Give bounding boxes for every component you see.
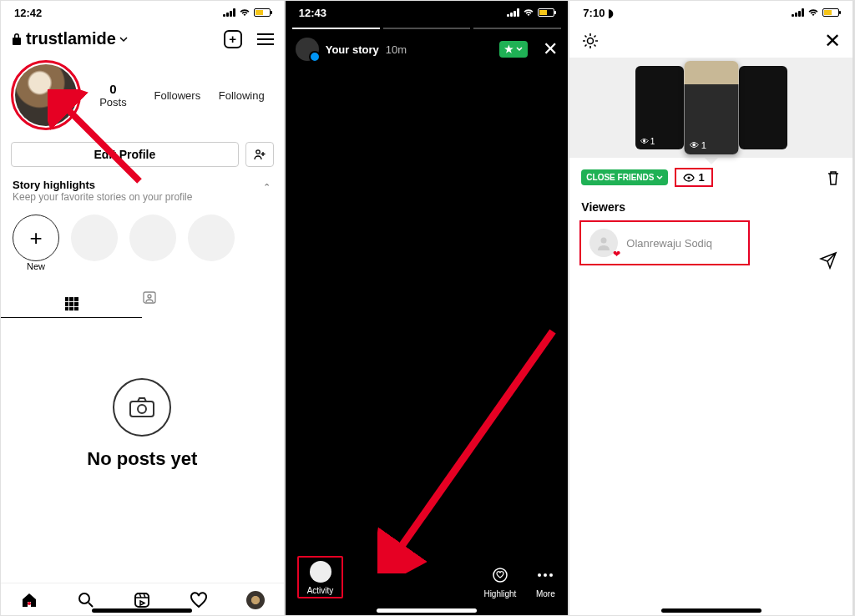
username-text: trustlamide [26, 29, 116, 48]
story-thumb-active[interactable]: 👁 1 [684, 61, 738, 154]
avatar-image [15, 64, 77, 126]
profile-avatar-story[interactable] [11, 60, 81, 130]
highlights-title: Story highlights [13, 179, 272, 191]
story-thumbnails: 👁 1 👁 1 [569, 58, 852, 158]
status-time: 12:43 [299, 7, 326, 19]
heart-outline-icon [489, 564, 511, 586]
story-screen: 12:43 Your story 10m ★ ✕ Activity Highli… [286, 1, 570, 615]
plus-icon: + [13, 215, 59, 261]
battery-icon [538, 8, 554, 17]
cellular-icon [792, 8, 804, 17]
highlight-new[interactable]: +New [13, 215, 59, 271]
menu-button[interactable] [257, 33, 274, 45]
story-avatar[interactable] [296, 38, 319, 61]
viewer-avatar-icon [310, 561, 331, 583]
chevron-up-icon: ⌃ [263, 182, 271, 193]
annotation-arrow [377, 323, 561, 573]
view-count-highlighted[interactable]: 1 [675, 168, 712, 187]
discover-people-button[interactable] [245, 142, 274, 167]
highlights-section[interactable]: Story highlights Keep your favorite stor… [1, 172, 284, 210]
star-icon: ★ [504, 43, 514, 55]
viewer-row-highlighted[interactable]: Olanrewaju Sodiq [579, 220, 749, 265]
add-person-icon [253, 149, 266, 160]
nav-activity[interactable] [189, 590, 209, 610]
activity-button-highlighted[interactable]: Activity [297, 556, 344, 598]
status-indicators [223, 8, 271, 17]
edit-profile-button[interactable]: Edit Profile [11, 142, 239, 167]
status-indicators [507, 8, 554, 17]
story-thumb[interactable] [739, 66, 787, 149]
nav-search[interactable] [76, 590, 96, 610]
highlight-placeholder [188, 215, 235, 271]
viewers-top-bar: ✕ [569, 24, 852, 58]
more-button[interactable]: More [534, 564, 556, 598]
svg-point-10 [601, 238, 607, 244]
followers-stat[interactable]: Followers [145, 89, 210, 102]
status-bar: 12:43 [286, 1, 569, 24]
share-button[interactable] [819, 251, 837, 270]
settings-button[interactable] [581, 32, 600, 50]
tagged-icon [142, 290, 157, 305]
grid-icon [65, 297, 78, 311]
empty-state: No posts yet [1, 318, 284, 470]
status-time: 12:42 [14, 7, 42, 19]
reels-icon [133, 591, 151, 609]
profile-stats: 0Posts Followers Following [1, 53, 284, 137]
close-button[interactable]: ✕ [543, 38, 558, 60]
home-indicator [92, 608, 192, 613]
close-button[interactable]: ✕ [824, 29, 841, 53]
wifi-icon [523, 8, 534, 17]
more-icon [534, 564, 556, 586]
home-indicator [377, 608, 477, 613]
home-indicator [661, 608, 761, 613]
cellular-icon [507, 8, 519, 17]
delete-button[interactable] [826, 169, 841, 186]
viewers-screen: 7:10◗ ✕ 👁 1 👁 1 CLOSE FRIENDS 1 Viewers … [569, 1, 854, 615]
camera-icon [113, 378, 171, 437]
wifi-icon [807, 8, 819, 17]
battery-icon [254, 8, 271, 17]
username-dropdown[interactable]: trustlamide [11, 29, 128, 48]
svg-point-9 [688, 176, 691, 179]
svg-point-7 [493, 568, 507, 582]
viewers-heading: Viewers [569, 197, 852, 220]
wifi-icon [239, 8, 250, 17]
chevron-down-icon [119, 36, 128, 43]
viewer-avatar [589, 229, 618, 257]
close-friends-dropdown[interactable]: CLOSE FRIENDS [581, 169, 668, 185]
svg-point-8 [588, 38, 594, 44]
profile-screen: 12:42 trustlamide + 0Posts Followers Fol… [1, 1, 286, 615]
home-icon [20, 591, 38, 609]
status-bar: 7:10◗ [569, 1, 852, 24]
profile-header: trustlamide + [1, 24, 284, 53]
story-age: 10m [386, 43, 407, 56]
svg-point-5 [79, 593, 89, 603]
tab-grid[interactable] [1, 283, 142, 318]
highlights-subtitle: Keep your favorite stories on your profi… [13, 191, 272, 203]
search-icon [77, 591, 95, 609]
active-indicator [705, 158, 718, 164]
highlight-button[interactable]: Highlight [483, 564, 516, 598]
nav-home[interactable] [19, 590, 39, 610]
story-label: Your story [326, 43, 379, 56]
svg-rect-3 [130, 401, 154, 417]
eye-icon: 👁 1 [640, 137, 655, 146]
nav-profile[interactable] [245, 590, 266, 610]
chevron-down-icon [516, 47, 523, 52]
cellular-icon [223, 8, 235, 17]
nav-reels[interactable] [132, 590, 152, 610]
highlight-placeholder [129, 215, 176, 271]
following-stat[interactable]: Following [210, 89, 274, 102]
story-thumb[interactable]: 👁 1 [635, 66, 684, 149]
dnd-moon-icon: ◗ [608, 7, 614, 19]
svg-point-2 [148, 295, 151, 298]
create-button[interactable]: + [224, 30, 242, 48]
chevron-down-icon [656, 175, 663, 180]
close-friends-badge[interactable]: ★ [499, 41, 528, 58]
tab-tagged[interactable] [142, 283, 283, 318]
posts-stat[interactable]: 0Posts [81, 82, 145, 109]
profile-thumb [246, 591, 265, 609]
svg-point-0 [255, 150, 259, 154]
status-bar: 12:42 [1, 1, 284, 24]
story-header: Your story 10m ★ ✕ [286, 29, 569, 69]
